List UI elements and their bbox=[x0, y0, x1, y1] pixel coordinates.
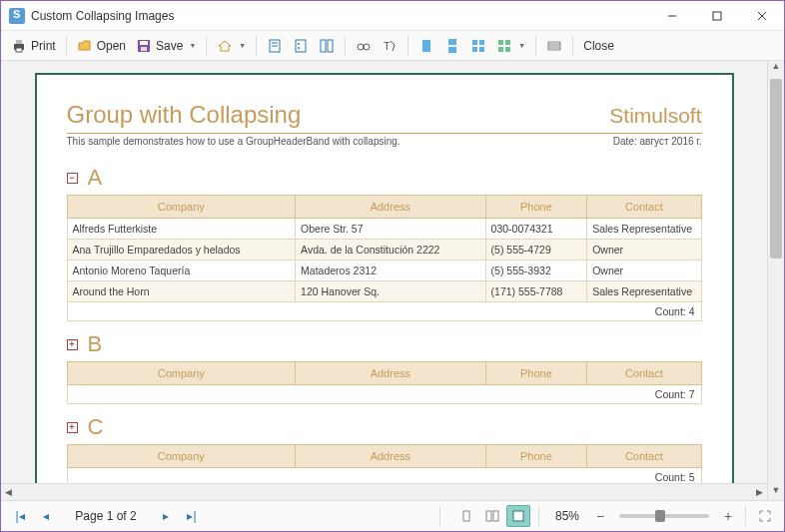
svg-point-14 bbox=[298, 43, 300, 45]
close-viewer-button[interactable]: Close bbox=[579, 34, 618, 58]
report-date: Date: август 2016 г. bbox=[613, 136, 702, 147]
svg-rect-16 bbox=[321, 40, 326, 52]
last-page-button[interactable]: ▸| bbox=[181, 505, 203, 527]
group-letter: B bbox=[88, 331, 103, 357]
page-area[interactable]: Group with Collapsing Stimulsoft This sa… bbox=[1, 61, 767, 500]
zoom-grid-icon bbox=[496, 38, 512, 54]
dotmatrix-icon bbox=[546, 38, 562, 54]
col-contact: Contact bbox=[587, 362, 701, 385]
data-grid: Company Address Phone Contact Alfreds Fu… bbox=[67, 195, 702, 302]
report-page: Group with Collapsing Stimulsoft This sa… bbox=[35, 73, 734, 500]
collapse-toggle[interactable]: − bbox=[67, 173, 78, 184]
parameters-button[interactable] bbox=[289, 34, 313, 58]
minimize-button[interactable] bbox=[649, 1, 694, 30]
svg-rect-8 bbox=[140, 41, 148, 45]
scroll-up-arrow[interactable]: ▲ bbox=[768, 61, 784, 76]
collapse-toggle[interactable]: + bbox=[67, 422, 78, 433]
scroll-down-arrow[interactable]: ▼ bbox=[768, 485, 784, 500]
printer-icon bbox=[11, 38, 27, 54]
statusbar: |◂ ◂ Page 1 of 2 ▸ ▸| 85% − + bbox=[1, 500, 784, 531]
report-title: Group with Collapsing bbox=[67, 101, 302, 129]
svg-text:T: T bbox=[384, 40, 391, 52]
find-button[interactable] bbox=[352, 34, 376, 58]
next-page-button[interactable]: ▸ bbox=[155, 505, 177, 527]
prev-page-button[interactable]: ◂ bbox=[35, 505, 57, 527]
binoculars-icon bbox=[356, 38, 372, 54]
group-letter: A bbox=[88, 165, 103, 191]
zoom-twopage-button[interactable] bbox=[480, 505, 504, 527]
zoom-dropdown-button[interactable]: ▼ bbox=[492, 34, 529, 58]
zoom-pagewidth-button[interactable] bbox=[506, 505, 530, 527]
zoom-slider-knob[interactable] bbox=[655, 510, 665, 522]
table-row: Alfreds Futterkiste Obere Str. 57 030-00… bbox=[67, 219, 701, 240]
title-divider bbox=[67, 133, 702, 134]
home-icon bbox=[217, 38, 233, 54]
print-button[interactable]: Print bbox=[7, 34, 60, 58]
cell-address: 120 Hanover Sq. bbox=[296, 281, 486, 302]
viewmode-single-button[interactable] bbox=[414, 34, 438, 58]
cell-contact: Sales Representative bbox=[587, 281, 701, 302]
group-letter: C bbox=[88, 414, 104, 440]
thumbnails-button[interactable] bbox=[315, 34, 339, 58]
svg-rect-25 bbox=[479, 40, 484, 45]
cell-contact: Owner bbox=[587, 261, 701, 281]
scroll-thumb[interactable] bbox=[770, 79, 782, 259]
close-label: Close bbox=[583, 39, 614, 53]
cell-company: Alfreds Futterkiste bbox=[67, 219, 296, 240]
scroll-right-arrow[interactable]: ▶ bbox=[752, 484, 767, 500]
zoom-onepage-button[interactable] bbox=[454, 505, 478, 527]
svg-rect-21 bbox=[422, 40, 430, 52]
page-continuous-icon bbox=[444, 38, 460, 54]
zoom-in-button[interactable]: + bbox=[719, 507, 737, 525]
maximize-button[interactable] bbox=[694, 1, 739, 30]
group-A: − A Company Address Phone Contact Alfred… bbox=[67, 165, 702, 321]
col-contact: Contact bbox=[587, 196, 701, 219]
editor-button[interactable]: T bbox=[378, 34, 401, 58]
col-company: Company bbox=[67, 362, 296, 385]
horizontal-scrollbar[interactable]: ◀ ▶ bbox=[1, 483, 767, 500]
svg-rect-13 bbox=[296, 40, 306, 52]
viewmode-multiple-button[interactable] bbox=[466, 34, 490, 58]
table-row: Around the Horn 120 Hanover Sq. (171) 55… bbox=[67, 281, 701, 302]
save-button[interactable]: Save ▼ bbox=[132, 34, 200, 58]
toolbar: Print Open Save ▼ ▼ T ▼ Close bbox=[1, 31, 784, 61]
dotmatrix-button[interactable] bbox=[542, 34, 566, 58]
open-button[interactable]: Open bbox=[73, 34, 130, 58]
svg-rect-6 bbox=[16, 48, 22, 52]
svg-rect-38 bbox=[493, 511, 498, 521]
save-label: Save bbox=[156, 39, 183, 53]
titlebar: Custom Collapsing Images bbox=[1, 1, 784, 31]
viewport: Group with Collapsing Stimulsoft This sa… bbox=[1, 61, 784, 500]
svg-rect-1 bbox=[713, 12, 721, 20]
zoom-out-button[interactable]: − bbox=[591, 507, 609, 525]
zoom-value: 85% bbox=[547, 509, 587, 523]
vertical-scrollbar[interactable]: ▲ ▼ bbox=[767, 61, 784, 500]
cell-company: Around the Horn bbox=[67, 281, 296, 302]
parameters-icon bbox=[293, 38, 309, 54]
first-page-button[interactable]: |◂ bbox=[9, 505, 31, 527]
chevron-down-icon: ▼ bbox=[239, 42, 246, 49]
col-phone: Phone bbox=[485, 196, 587, 219]
group-footer: Count: 7 bbox=[67, 385, 702, 404]
svg-rect-37 bbox=[486, 511, 491, 521]
viewmode-continuous-button[interactable] bbox=[440, 34, 464, 58]
scroll-left-arrow[interactable]: ◀ bbox=[1, 484, 16, 500]
app-icon bbox=[9, 8, 25, 24]
send-email-button[interactable]: ▼ bbox=[213, 34, 250, 58]
collapse-toggle[interactable]: + bbox=[67, 339, 78, 350]
col-company: Company bbox=[67, 445, 296, 468]
svg-point-18 bbox=[358, 44, 364, 50]
svg-rect-26 bbox=[472, 47, 477, 52]
thumbnails-icon bbox=[319, 38, 335, 54]
close-button[interactable] bbox=[739, 1, 784, 30]
fullscreen-button[interactable] bbox=[754, 505, 776, 527]
text-editor-icon: T bbox=[382, 38, 397, 54]
svg-rect-23 bbox=[448, 47, 456, 53]
col-phone: Phone bbox=[485, 362, 587, 385]
cell-phone: (5) 555-4729 bbox=[485, 240, 587, 261]
col-company: Company bbox=[67, 196, 296, 219]
bookmark-icon bbox=[267, 38, 283, 54]
page-indicator: Page 1 of 2 bbox=[61, 509, 151, 523]
bookmarks-button[interactable] bbox=[263, 34, 287, 58]
zoom-slider[interactable] bbox=[619, 514, 709, 518]
